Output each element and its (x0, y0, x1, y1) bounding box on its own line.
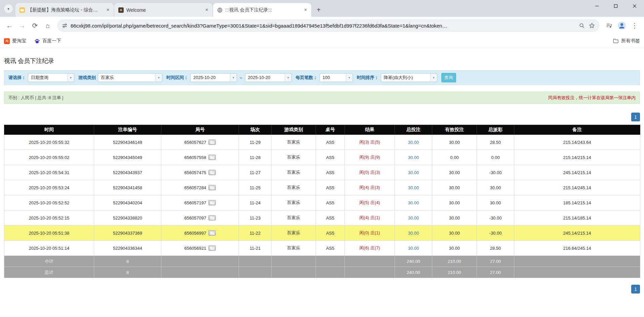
browser-tab-welcome[interactable]: Welcome ✕ (114, 3, 212, 17)
cell-result: 闲(9) 庄(9) (345, 150, 395, 165)
col-header-session: 场次 (239, 125, 272, 135)
select-mode-label: 请选择： (8, 75, 26, 81)
bookmark-baidu[interactable]: 百度一下 (34, 38, 61, 44)
cell-table-no: AS5 (316, 150, 345, 165)
maximize-button[interactable] (606, 0, 625, 12)
new-tab-button[interactable]: + (314, 5, 323, 14)
cell-result: 闲(4) 庄(1) (345, 210, 395, 226)
subtotal-row: 小计 8 240.00 210.00 27.00 (4, 256, 640, 267)
cell-remark: 185.14/215.14 (514, 195, 640, 210)
col-header-bet-id: 注单编号 (94, 125, 161, 135)
tab-search-button[interactable]: ▾ (4, 4, 13, 13)
cell-result: 闲(6) 庄(7) (345, 241, 395, 256)
bet-records-table: 时间 注单编号 局号 场次 游戏类别 桌号 结果 总投注 有效投注 总派彩 备注… (4, 125, 640, 278)
round-video-icon[interactable] (208, 170, 216, 175)
search-button[interactable]: 查询 (441, 73, 456, 82)
menu-kebab-icon[interactable]: ⋮ (629, 19, 641, 32)
bookmark-star-icon[interactable] (587, 21, 597, 31)
dropdown-arrow-icon[interactable]: ▼ (67, 74, 74, 82)
round-video-icon[interactable] (208, 155, 216, 160)
valid-bet-notice-text: 同局有效投注，统一计算在该局第一张注单内 (548, 95, 636, 101)
address-bar[interactable]: 66cxkj98.com/ipl/portal.php/game/betreco… (57, 19, 600, 32)
round-video-icon[interactable] (208, 245, 216, 251)
close-tab-icon[interactable]: ✕ (105, 7, 111, 13)
total-bet-link[interactable]: 30.00 (408, 215, 419, 221)
sort-order-select[interactable]: 降幂(由大到小) ▼ (381, 73, 437, 82)
cell-payout: -30.00 (477, 226, 514, 241)
game-type-select[interactable]: 百家乐 ▼ (98, 73, 162, 82)
cell-game-type: 百家乐 (272, 241, 316, 256)
tab-title: 【新提醒】海燕策略论坛 - 综合… (28, 7, 102, 13)
close-window-button[interactable] (625, 0, 644, 12)
tab-title: :::视讯 会员下注纪录::: (225, 7, 300, 13)
bookmark-taobao[interactable]: 淘 爱淘宝 (4, 38, 26, 44)
page-1-button[interactable]: 1 (631, 113, 640, 121)
cell-total-bet: 30.00 (395, 180, 432, 195)
chevron-down-icon: ▾ (7, 7, 9, 11)
cell-bet-id: 522904336344 (94, 241, 161, 256)
zoom-icon[interactable] (577, 21, 587, 31)
total-bet-link[interactable]: 30.00 (408, 170, 419, 175)
round-video-icon[interactable] (208, 185, 216, 190)
table-row: 2025-10-20 05:54:31 522904343937 6560574… (4, 165, 640, 180)
dropdown-arrow-icon[interactable]: ▼ (230, 74, 237, 82)
round-video-icon[interactable] (208, 140, 216, 145)
browser-tab-forum[interactable]: 【新提醒】海燕策略论坛 - 综合… ✕ (15, 3, 114, 17)
dropdown-arrow-icon[interactable]: ▼ (346, 74, 353, 82)
close-tab-icon[interactable]: ✕ (204, 7, 210, 13)
forward-icon[interactable]: → (16, 19, 28, 32)
media-controls-icon[interactable] (603, 19, 615, 32)
table-row: 2025-10-20 05:55:32 522904346149 6560576… (4, 135, 640, 150)
browser-tab-betrecord[interactable]: :::视讯 会员下注纪录::: ✕ (213, 3, 311, 17)
query-mode-select[interactable]: 日期查询 ▼ (28, 73, 74, 82)
total-bet-link[interactable]: 30.00 (408, 231, 419, 236)
total-bet-link[interactable]: 30.00 (408, 140, 419, 145)
cell-result: 闲(4) 庄(3) (345, 180, 395, 195)
minimize-button[interactable] (588, 0, 606, 12)
result-banker: 庄(5) (370, 140, 380, 145)
result-player: 闲(5) (359, 200, 369, 205)
cell-result: 闲(0) 庄(3) (345, 165, 395, 180)
round-video-icon[interactable] (208, 215, 216, 221)
bookmarks-bar: 淘 爱淘宝 百度一下 所有书签 (0, 34, 644, 48)
page-size-select[interactable]: 100 ▼ (320, 73, 353, 82)
browser-toolbar: ← → ⟳ ⌂ 66cxkj98.com/ipl/portal.php/game… (0, 17, 644, 34)
dropdown-arrow-icon[interactable]: ▼ (430, 74, 437, 82)
cell-total-bet: 30.00 (395, 226, 432, 241)
refresh-icon[interactable]: ⟳ (29, 19, 41, 32)
round-video-icon[interactable] (208, 230, 216, 236)
page-1-button[interactable]: 1 (631, 285, 640, 293)
back-icon[interactable]: ← (3, 19, 15, 32)
cell-valid-bet: 30.00 (432, 195, 477, 210)
dropdown-arrow-icon[interactable]: ▼ (155, 74, 162, 82)
round-video-icon[interactable] (208, 200, 216, 205)
cell-table-no: AS5 (316, 226, 345, 241)
round-number: 656056997 (184, 231, 206, 236)
total-label: 总计 (4, 267, 94, 278)
total-row: 总计 8 240.00 210.00 27.00 (4, 267, 640, 278)
subtotal-payout: 27.00 (477, 256, 514, 267)
baidu-paw-icon (34, 38, 40, 44)
date-to-select[interactable]: 2025-10-20 ▼ (245, 73, 292, 82)
date-from-select[interactable]: 2025-10-20 ▼ (190, 73, 237, 82)
tilde-separator: ~ (240, 75, 242, 80)
cell-valid-bet: 30.00 (432, 165, 477, 180)
dropdown-arrow-icon[interactable]: ▼ (285, 74, 291, 82)
result-player: 闲(4) (359, 215, 369, 220)
total-bet-link[interactable]: 30.00 (408, 155, 419, 160)
col-header-time: 时间 (4, 125, 94, 135)
total-bet-link[interactable]: 30.00 (408, 246, 419, 251)
cell-time: 2025-10-20 05:52:52 (4, 195, 94, 210)
cell-result: 闲(5) 庄(4) (345, 195, 395, 210)
all-bookmarks[interactable]: 所有书签 (613, 38, 640, 44)
site-settings-icon[interactable] (62, 23, 68, 29)
bookmark-label: 百度一下 (42, 38, 61, 44)
profile-avatar[interactable] (616, 19, 628, 32)
total-bet-link[interactable]: 30.00 (408, 185, 419, 190)
url-text[interactable]: 66cxkj98.com/ipl/portal.php/game/betreco… (71, 23, 577, 29)
close-tab-icon[interactable]: ✕ (303, 7, 309, 13)
total-payout: 27.00 (477, 267, 514, 278)
home-icon[interactable]: ⌂ (42, 19, 54, 32)
result-banker: 庄(7) (370, 245, 380, 250)
total-bet-link[interactable]: 30.00 (408, 200, 419, 205)
